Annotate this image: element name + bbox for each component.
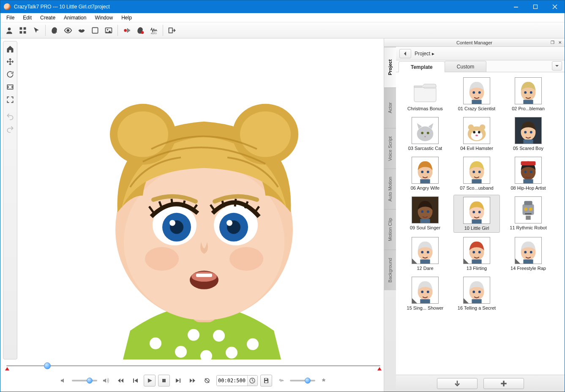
minimize-button[interactable] — [506, 0, 526, 13]
home-icon[interactable] — [4, 43, 16, 55]
volume-slider[interactable] — [72, 380, 97, 381]
stop-button[interactable] — [158, 375, 170, 387]
viewport-canvas[interactable] — [20, 41, 384, 359]
svg-rect-14 — [169, 28, 172, 33]
prev-frame-icon[interactable] — [129, 375, 141, 387]
content-item[interactable]: 14 Freestyle Rap — [505, 235, 551, 272]
content-grid-icon[interactable] — [16, 24, 29, 37]
add-button[interactable] — [483, 378, 524, 389]
svg-point-107 — [529, 207, 532, 211]
content-item[interactable]: 06 Angry Wife — [402, 155, 448, 192]
transport-bar: 00:02:500 — [3, 372, 384, 389]
content-item[interactable]: 10 Little Girl — [453, 195, 500, 233]
menu-help[interactable]: Help — [117, 14, 136, 22]
menu-create[interactable]: Create — [36, 14, 60, 22]
play-button[interactable] — [144, 375, 156, 387]
thumbnail — [515, 157, 542, 184]
svg-point-75 — [530, 131, 532, 133]
tab-template[interactable]: Template — [399, 61, 445, 72]
content-item[interactable]: 05 Scared Boy — [505, 115, 551, 152]
next-frame-icon[interactable] — [172, 375, 184, 387]
menu-window[interactable]: Window — [90, 14, 117, 22]
actor-icon[interactable] — [3, 24, 16, 37]
loop-off-icon[interactable] — [201, 375, 213, 387]
timeline — [3, 359, 384, 372]
close-button[interactable] — [545, 0, 565, 13]
sidetab-project[interactable]: Project — [384, 47, 396, 87]
fast-forward-icon[interactable] — [187, 375, 199, 387]
content-item[interactable]: 15 Sing... Shower — [402, 275, 448, 312]
breadcrumb[interactable]: Project ▸ — [415, 51, 434, 57]
content-item[interactable]: 07 Sco...usband — [453, 155, 500, 192]
svg-rect-1 — [534, 5, 538, 9]
maximize-button[interactable] — [526, 0, 545, 13]
lips-icon[interactable] — [75, 24, 88, 37]
thumbnail — [463, 197, 490, 224]
content-item[interactable]: 08 Hip-Hop Artist — [505, 155, 551, 192]
range-start-marker[interactable] — [5, 367, 9, 370]
rewind-icon[interactable] — [115, 375, 127, 387]
view-options-icon[interactable] — [552, 61, 562, 71]
content-item[interactable]: 04 Evil Hamster — [453, 115, 500, 152]
save-button[interactable] — [260, 375, 272, 387]
auto-motion-icon[interactable]: AUTO — [147, 24, 160, 37]
pan-icon[interactable] — [4, 56, 16, 68]
fullscreen-icon[interactable] — [4, 94, 16, 106]
svg-point-57 — [524, 91, 527, 94]
image-icon[interactable] — [102, 24, 115, 37]
svg-point-34 — [169, 220, 175, 226]
playhead[interactable] — [44, 362, 51, 369]
content-item[interactable]: 03 Sarcastic Cat — [402, 115, 448, 152]
svg-point-128 — [427, 291, 429, 293]
breadcrumb-bar: Project ▸ — [396, 47, 565, 60]
content-item[interactable]: 12 Dare — [402, 235, 448, 272]
menu-animation[interactable]: Animation — [60, 14, 90, 22]
mute-icon[interactable] — [57, 375, 69, 387]
sidetab-actor[interactable]: Actor — [384, 87, 396, 128]
back-button[interactable] — [399, 49, 411, 58]
svg-point-58 — [530, 91, 532, 94]
record-voice-icon[interactable] — [134, 24, 147, 37]
range-end-marker[interactable] — [377, 367, 382, 370]
undock-icon[interactable]: ❐ — [549, 39, 555, 45]
fit-icon[interactable] — [4, 81, 16, 93]
rotate-icon[interactable] — [4, 68, 16, 80]
volume-icon[interactable] — [100, 375, 112, 387]
eye-icon[interactable] — [62, 24, 74, 37]
timeline-track[interactable] — [6, 363, 380, 369]
timecode-value[interactable]: 00:02:500 — [217, 376, 247, 386]
content-item[interactable]: 01 Crazy Scientist — [453, 76, 500, 113]
timecode-mode-icon[interactable] — [247, 376, 257, 386]
sidetab-motion-clip[interactable]: Motion Clip — [384, 209, 396, 250]
svg-rect-76 — [523, 139, 533, 144]
svg-point-117 — [472, 251, 475, 253]
frame-icon[interactable] — [89, 24, 101, 37]
panel-close-icon[interactable]: ✕ — [557, 39, 563, 45]
sidetab-background[interactable]: Background — [384, 250, 396, 290]
tab-custom[interactable]: Custom — [445, 61, 486, 72]
content-item[interactable]: 11 Rythmic Robot — [505, 195, 551, 233]
content-item[interactable]: 09 Soul Singer — [402, 195, 448, 233]
content-item[interactable]: 16 Telling a Secret — [453, 275, 500, 312]
content-item-label: 01 Crazy Scientist — [458, 106, 496, 111]
thumbnail — [515, 196, 542, 223]
apply-button[interactable] — [437, 378, 478, 389]
record-audio-icon[interactable] — [120, 24, 133, 37]
content-grid: Christmas Bonus01 Crazy Scientist02 Pro.… — [396, 72, 565, 375]
sidetab-voice-script[interactable]: Voice Script — [384, 128, 396, 169]
content-item[interactable]: 13 Flirting — [453, 235, 500, 272]
menu-edit[interactable]: Edit — [19, 14, 36, 22]
cursor-icon[interactable] — [30, 24, 43, 37]
export-icon[interactable] — [166, 24, 178, 37]
lipsync-slider[interactable] — [290, 380, 315, 381]
sidetab-auto-motion[interactable]: Auto Motion — [384, 169, 396, 209]
content-item[interactable]: Christmas Bonus — [402, 76, 448, 113]
menu-file[interactable]: File — [2, 14, 19, 22]
thumbnail — [463, 277, 490, 304]
head-icon[interactable] — [48, 24, 61, 37]
svg-rect-4 — [24, 27, 26, 30]
svg-rect-49 — [265, 381, 267, 383]
svg-point-62 — [421, 132, 423, 134]
content-item[interactable]: 02 Pro...bleman — [505, 76, 551, 113]
content-item-label: 14 Freestyle Rap — [510, 266, 546, 271]
